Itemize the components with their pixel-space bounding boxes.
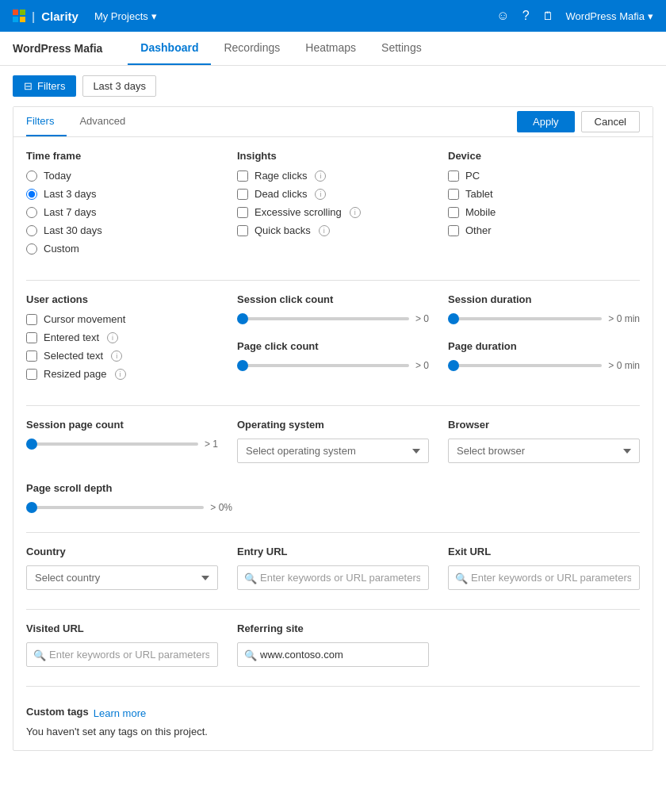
- device-pc-checkbox[interactable]: [448, 170, 459, 182]
- selected-text-checkbox[interactable]: [26, 350, 37, 362]
- filter-tab-advanced[interactable]: Advanced: [79, 107, 138, 136]
- page-click-count-slider-row: > 0: [237, 360, 429, 371]
- timeframe-title: Time frame: [26, 150, 218, 162]
- referring-site-input-wrap: 🔍: [237, 642, 429, 667]
- duration-section: Session duration > 0 min Page duration >…: [448, 293, 640, 386]
- device-other[interactable]: Other: [448, 224, 640, 236]
- divider-3: [26, 532, 640, 533]
- rage-clicks-info-icon[interactable]: i: [315, 170, 326, 182]
- cursor-movement-checkbox[interactable]: [26, 314, 37, 325]
- page-duration-slider[interactable]: [448, 364, 602, 367]
- user-action-cursor[interactable]: Cursor movement: [26, 313, 218, 325]
- timeframe-custom-radio[interactable]: [26, 243, 37, 255]
- session-page-count-slider[interactable]: [26, 442, 198, 446]
- learn-more-link[interactable]: Learn more: [94, 707, 146, 719]
- visited-url-title: Visited URL: [26, 622, 218, 634]
- os-dropdown[interactable]: Select operating system: [237, 439, 429, 463]
- page-click-count-slider[interactable]: [237, 364, 409, 367]
- timeframe-custom[interactable]: Custom: [26, 243, 218, 255]
- entry-url-title: Entry URL: [237, 546, 429, 557]
- entered-text-checkbox[interactable]: [26, 332, 37, 343]
- tab-recordings[interactable]: Recordings: [211, 32, 293, 65]
- browser-dropdown[interactable]: Select browser: [448, 439, 640, 463]
- exit-url-section: Exit URL 🔍: [448, 546, 640, 590]
- timeframe-last3[interactable]: Last 3 days: [26, 188, 218, 200]
- nav-tabs: Dashboard Recordings Heatmaps Settings: [128, 32, 434, 65]
- filter-tab-filters[interactable]: Filters: [26, 107, 67, 136]
- device-other-checkbox[interactable]: [448, 225, 459, 236]
- user-action-entered-text[interactable]: Entered text i: [26, 331, 218, 343]
- session-click-count-slider[interactable]: [237, 317, 409, 320]
- visited-url-section: Visited URL 🔍: [26, 622, 218, 667]
- apply-button[interactable]: Apply: [517, 111, 575, 132]
- device-mobile[interactable]: Mobile: [448, 206, 640, 218]
- entered-text-info-icon[interactable]: i: [107, 332, 118, 343]
- device-tablet[interactable]: Tablet: [448, 188, 640, 200]
- entry-url-section: Entry URL 🔍: [237, 546, 429, 590]
- referring-site-input[interactable]: [237, 642, 429, 667]
- timeframe-last30-radio[interactable]: [26, 225, 37, 236]
- my-projects-menu[interactable]: My Projects ▾: [94, 10, 157, 22]
- exit-url-title: Exit URL: [448, 546, 640, 557]
- user-menu[interactable]: WordPress Mafia ▾: [566, 10, 653, 22]
- browser-section: Browser Select browser: [448, 419, 640, 463]
- timeframe-last30[interactable]: Last 30 days: [26, 224, 218, 236]
- session-click-count-section: Session click count > 0: [237, 293, 429, 324]
- device-mobile-checkbox[interactable]: [448, 207, 459, 218]
- page-scroll-depth-value: > 0%: [210, 502, 232, 513]
- tab-heatmaps[interactable]: Heatmaps: [293, 32, 369, 65]
- rage-clicks-checkbox[interactable]: [237, 170, 248, 182]
- device-section: Device PC Tablet Mobile: [448, 150, 640, 261]
- page-click-count-value: > 0: [415, 360, 429, 371]
- insights-section: Insights Rage clicks i Dead clicks i Exc…: [237, 150, 429, 261]
- browser-title: Browser: [448, 419, 640, 431]
- insights-dead-clicks[interactable]: Dead clicks i: [237, 188, 429, 200]
- timeframe-today-radio[interactable]: [26, 170, 37, 182]
- filter-row-2: User actions Cursor movement Entered tex…: [26, 293, 640, 386]
- excessive-scrolling-checkbox[interactable]: [237, 207, 248, 218]
- user-actions-section: User actions Cursor movement Entered tex…: [26, 293, 218, 386]
- session-duration-title: Session duration: [448, 293, 640, 305]
- dead-clicks-checkbox[interactable]: [237, 189, 248, 200]
- project-name: WordPress Mafia: [13, 33, 102, 64]
- session-duration-slider[interactable]: [448, 317, 602, 320]
- tab-dashboard[interactable]: Dashboard: [128, 32, 211, 65]
- visited-url-input[interactable]: [26, 642, 218, 667]
- visited-url-search-icon: 🔍: [33, 649, 46, 661]
- page-scroll-depth-section: Page scroll depth > 0%: [26, 482, 640, 513]
- custom-tags-section: Custom tags Learn more You haven't set a…: [26, 706, 640, 737]
- page-scroll-depth-title: Page scroll depth: [26, 482, 640, 494]
- doc-icon[interactable]: 🗒: [542, 10, 553, 22]
- insights-quick-backs[interactable]: Quick backs i: [237, 224, 429, 236]
- device-pc[interactable]: PC: [448, 170, 640, 182]
- quick-backs-checkbox[interactable]: [237, 225, 248, 236]
- divider-4: [26, 609, 640, 610]
- smiley-icon[interactable]: ☺: [496, 9, 509, 23]
- help-icon[interactable]: ?: [522, 9, 530, 23]
- user-action-selected-text[interactable]: Selected text i: [26, 350, 218, 362]
- entry-url-input[interactable]: [237, 565, 429, 590]
- filter-body: Time frame Today Last 3 days Last 7 days: [13, 137, 653, 750]
- dead-clicks-info-icon[interactable]: i: [315, 189, 326, 200]
- resized-page-checkbox[interactable]: [26, 369, 37, 380]
- tab-settings[interactable]: Settings: [369, 32, 434, 65]
- insights-rage-clicks[interactable]: Rage clicks i: [237, 170, 429, 182]
- country-dropdown[interactable]: Select country: [26, 565, 218, 590]
- quick-backs-info-icon[interactable]: i: [319, 225, 330, 236]
- user-action-resized-page[interactable]: Resized page i: [26, 368, 218, 380]
- timeframe-last3-radio[interactable]: [26, 189, 37, 200]
- timeframe-last7[interactable]: Last 7 days: [26, 206, 218, 218]
- selected-text-info-icon[interactable]: i: [111, 350, 122, 362]
- timeframe-today[interactable]: Today: [26, 170, 218, 182]
- resized-page-info-icon[interactable]: i: [115, 369, 126, 380]
- date-range-button[interactable]: Last 3 days: [82, 75, 156, 97]
- device-tablet-checkbox[interactable]: [448, 189, 459, 200]
- cancel-button[interactable]: Cancel: [581, 111, 640, 132]
- page-scroll-depth-slider[interactable]: [26, 506, 204, 509]
- timeframe-last7-radio[interactable]: [26, 207, 37, 218]
- insights-excessive-scrolling[interactable]: Excessive scrolling i: [237, 206, 429, 218]
- session-page-count-section: Session page count > 1: [26, 419, 218, 463]
- excessive-scrolling-info-icon[interactable]: i: [350, 207, 361, 218]
- exit-url-input[interactable]: [448, 565, 640, 590]
- filters-button[interactable]: ⊟ Filters: [13, 75, 76, 97]
